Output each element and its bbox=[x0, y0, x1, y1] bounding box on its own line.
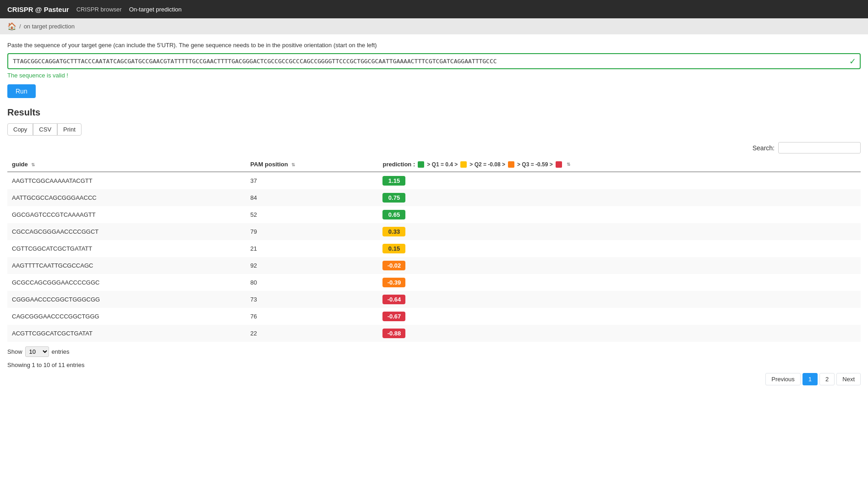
copy-button[interactable]: Copy bbox=[7, 123, 33, 136]
navbar-link-crispr-browser[interactable]: CRISPR browser bbox=[76, 6, 122, 13]
run-button[interactable]: Run bbox=[7, 84, 36, 98]
table-row: AAGTTCGGCAAAAATACGTT371.15 bbox=[7, 172, 861, 189]
pam-sort-icon: ⇅ bbox=[291, 162, 295, 167]
cell-prediction: 0.15 bbox=[378, 240, 861, 257]
cell-guide: ACGTTCGGCATCGCTGATAT bbox=[7, 325, 246, 342]
table-row: CGTTCGGCATCGCTGATATT210.15 bbox=[7, 240, 861, 257]
valid-check-icon: ✓ bbox=[849, 56, 856, 66]
csv-button[interactable]: CSV bbox=[33, 123, 57, 136]
prediction-badge: -0.67 bbox=[382, 312, 405, 321]
table-row: GGCGAGTCCCGTCAAAAGTT520.65 bbox=[7, 206, 861, 223]
table-row: CAGCGGGAACCCCGGCTGGG76-0.67 bbox=[7, 308, 861, 325]
prediction-badge: -0.02 bbox=[382, 261, 405, 270]
cell-pam: 79 bbox=[246, 223, 378, 240]
col-prediction[interactable]: prediction : > Q1 = 0.4 > > Q2 = -0.08 >… bbox=[378, 157, 861, 172]
valid-message: The sequence is valid ! bbox=[7, 72, 861, 79]
table-body: AAGTTCGGCAAAAATACGTT371.15AATTGCGCCAGCGG… bbox=[7, 172, 861, 342]
cell-pam: 37 bbox=[246, 172, 378, 189]
breadcrumb-current: on target prediction bbox=[24, 23, 75, 30]
guide-sort-icon: ⇅ bbox=[31, 162, 35, 167]
col-pam[interactable]: PAM position ⇅ bbox=[246, 157, 378, 172]
table-row: AATTGCGCCAGCGGGAACCC840.75 bbox=[7, 189, 861, 206]
cell-guide: CAGCGGGAACCCCGGCTGGG bbox=[7, 308, 246, 325]
prediction-badge: 0.65 bbox=[382, 210, 405, 219]
table-row: CGCCAGCGGGAACCCCGGCT790.33 bbox=[7, 223, 861, 240]
page-1-button[interactable]: 1 bbox=[802, 373, 818, 385]
results-title: Results bbox=[7, 107, 861, 118]
cell-prediction: -0.02 bbox=[378, 257, 861, 274]
table-footer: Show 10 25 50 100 entries bbox=[7, 346, 861, 357]
cell-prediction: -0.64 bbox=[378, 291, 861, 308]
search-label: Search: bbox=[753, 144, 775, 152]
home-icon[interactable]: 🏠 bbox=[7, 22, 16, 31]
search-bar: Search: bbox=[7, 142, 861, 154]
prediction-badge: 0.75 bbox=[382, 193, 405, 203]
instruction-text: Paste the sequence of your target gene (… bbox=[7, 42, 861, 49]
breadcrumb-separator: / bbox=[19, 23, 21, 30]
prediction-badge: 0.33 bbox=[382, 227, 405, 236]
cell-prediction: 0.75 bbox=[378, 189, 861, 206]
legend-yellow-dot bbox=[460, 161, 467, 168]
legend-green-dot bbox=[418, 161, 424, 168]
showing-text: Showing 1 to 10 of 11 entries bbox=[7, 362, 861, 368]
cell-guide: CGTTCGGCATCGCTGATATT bbox=[7, 240, 246, 257]
print-button[interactable]: Print bbox=[57, 123, 82, 136]
sequence-input[interactable]: TTAGCGGCCAGGATGCTTTACCCAATATCAGCGATGCCGA… bbox=[7, 53, 861, 69]
cell-prediction: -0.39 bbox=[378, 274, 861, 291]
cell-pam: 73 bbox=[246, 291, 378, 308]
cell-prediction: 0.65 bbox=[378, 206, 861, 223]
cell-guide: AATTGCGCCAGCGGGAACCC bbox=[7, 189, 246, 206]
navbar-brand: CRISPR @ Pasteur bbox=[7, 5, 69, 13]
pred-sort-icon: ⇅ bbox=[567, 162, 570, 167]
cell-pam: 84 bbox=[246, 189, 378, 206]
table-action-buttons: Copy CSV Print bbox=[7, 123, 861, 136]
table-row: ACGTTCGGCATCGCTGATAT22-0.88 bbox=[7, 325, 861, 342]
navbar: CRISPR @ Pasteur CRISPR browser On-targe… bbox=[0, 0, 868, 18]
show-select[interactable]: 10 25 50 100 bbox=[25, 346, 49, 357]
breadcrumb: 🏠 / on target prediction bbox=[0, 18, 868, 34]
cell-pam: 22 bbox=[246, 325, 378, 342]
cell-guide: CGCCAGCGGGAACCCCGGCT bbox=[7, 223, 246, 240]
cell-guide: CGGGAACCCCGGCTGGGCGG bbox=[7, 291, 246, 308]
prediction-badge: 1.15 bbox=[382, 176, 405, 186]
next-button[interactable]: Next bbox=[836, 373, 861, 385]
cell-pam: 21 bbox=[246, 240, 378, 257]
prediction-badge: 0.15 bbox=[382, 244, 405, 253]
navbar-link-ontarget[interactable]: On-target prediction bbox=[129, 6, 182, 13]
entries-label: entries bbox=[52, 348, 70, 355]
cell-pam: 80 bbox=[246, 274, 378, 291]
cell-guide: GCGCCAGCGGGAACCCCGGC bbox=[7, 274, 246, 291]
pagination: Previous 1 2 Next bbox=[7, 373, 861, 385]
results-table: guide ⇅ PAM position ⇅ prediction : > Q1… bbox=[7, 157, 861, 342]
prediction-label: prediction : bbox=[382, 161, 415, 168]
page-2-button[interactable]: 2 bbox=[819, 373, 835, 385]
main-content: Paste the sequence of your target gene (… bbox=[0, 34, 868, 393]
legend-q2: > Q2 = -0.08 > bbox=[469, 161, 505, 168]
table-header-row: guide ⇅ PAM position ⇅ prediction : > Q1… bbox=[7, 157, 861, 172]
legend-q1: > Q1 = 0.4 > bbox=[427, 161, 458, 168]
legend-red-dot bbox=[556, 161, 562, 168]
cell-pam: 52 bbox=[246, 206, 378, 223]
prediction-badge: -0.64 bbox=[382, 295, 405, 304]
cell-pam: 76 bbox=[246, 308, 378, 325]
col-guide[interactable]: guide ⇅ bbox=[7, 157, 246, 172]
table-row: GCGCCAGCGGGAACCCCGGC80-0.39 bbox=[7, 274, 861, 291]
cell-guide: AAGTTCGGCAAAAATACGTT bbox=[7, 172, 246, 189]
cell-guide: GGCGAGTCCCGTCAAAAGTT bbox=[7, 206, 246, 223]
cell-guide: AAGTTTTCAATTGCGCCAGC bbox=[7, 257, 246, 274]
cell-prediction: 0.33 bbox=[378, 223, 861, 240]
cell-prediction: 1.15 bbox=[378, 172, 861, 189]
cell-prediction: -0.67 bbox=[378, 308, 861, 325]
legend-orange-dot bbox=[508, 161, 514, 168]
prediction-badge: -0.88 bbox=[382, 329, 405, 338]
search-input[interactable] bbox=[778, 142, 861, 154]
cell-prediction: -0.88 bbox=[378, 325, 861, 342]
table-row: CGGGAACCCCGGCTGGGCGG73-0.64 bbox=[7, 291, 861, 308]
prediction-badge: -0.39 bbox=[382, 278, 405, 287]
legend-q3: > Q3 = -0.59 > bbox=[517, 161, 553, 168]
table-row: AAGTTTTCAATTGCGCCAGC92-0.02 bbox=[7, 257, 861, 274]
show-label: Show bbox=[7, 348, 22, 355]
cell-pam: 92 bbox=[246, 257, 378, 274]
previous-button[interactable]: Previous bbox=[765, 373, 801, 385]
sequence-input-wrapper: TTAGCGGCCAGGATGCTTTACCCAATATCAGCGATGCCGA… bbox=[7, 53, 861, 69]
